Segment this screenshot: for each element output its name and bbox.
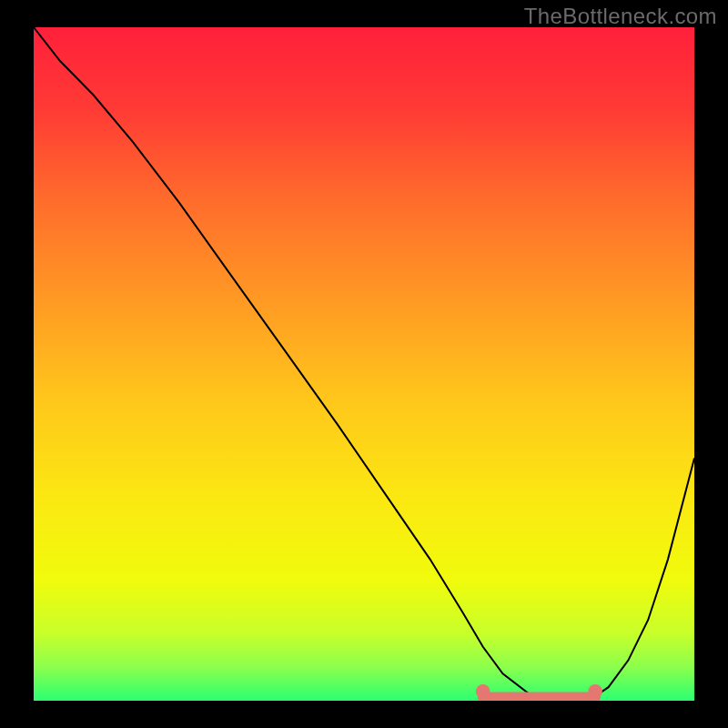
svg-point-1 xyxy=(476,684,490,699)
plot-area xyxy=(34,27,694,701)
watermark-text: TheBottleneck.com xyxy=(524,4,717,29)
gradient-background xyxy=(34,27,694,701)
chart-frame: TheBottleneck.com xyxy=(0,0,728,728)
svg-point-2 xyxy=(588,684,602,699)
chart-svg xyxy=(34,27,694,701)
